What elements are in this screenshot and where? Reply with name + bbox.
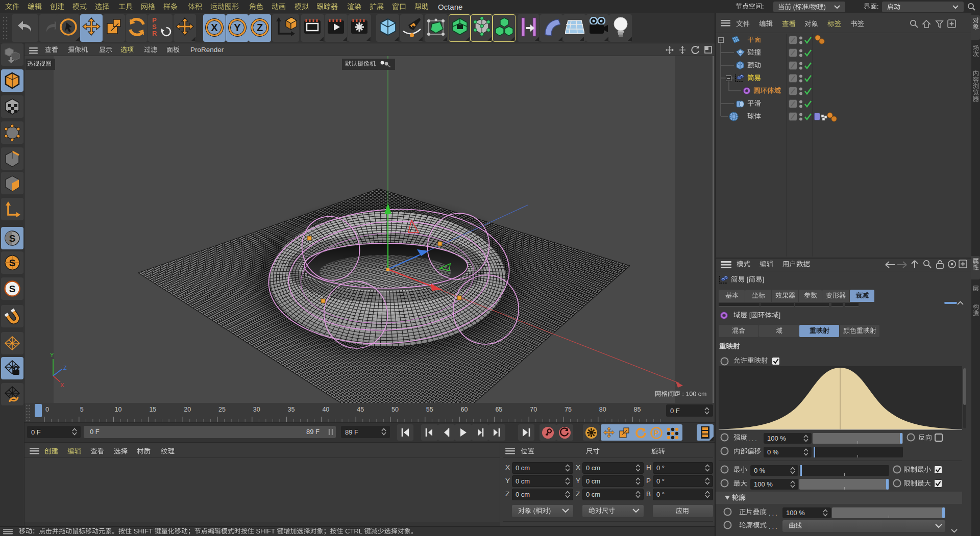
- svg-text:Z: Z: [257, 22, 263, 33]
- svg-text:R: R: [152, 30, 157, 37]
- svg-text:S: S: [9, 233, 16, 244]
- svg-text:Z: Z: [63, 365, 67, 371]
- svg-text:Y: Y: [50, 352, 54, 358]
- svg-text:X: X: [60, 382, 64, 388]
- svg-text:S: S: [9, 258, 16, 268]
- svg-text:X: X: [211, 22, 218, 33]
- svg-text:P: P: [654, 429, 658, 437]
- svg-text:S: S: [9, 284, 16, 294]
- svg-text:Y: Y: [234, 22, 241, 33]
